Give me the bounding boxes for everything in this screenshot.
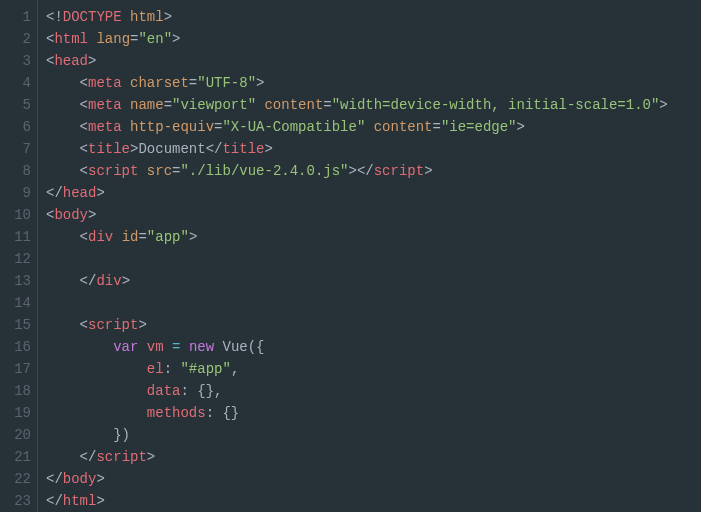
token-st: "viewport": [172, 97, 256, 113]
token-tg: div: [88, 229, 113, 245]
token-at: content: [264, 97, 323, 113]
token-tg: title: [88, 141, 130, 157]
token-tx: : {}: [206, 405, 240, 421]
token-p: >: [424, 163, 432, 179]
token-tg: div: [96, 273, 121, 289]
token-p: >: [96, 493, 104, 509]
token-tg: head: [63, 185, 97, 201]
code-line[interactable]: </body>: [46, 468, 668, 490]
code-line[interactable]: data: {},: [46, 380, 668, 402]
token-p: </: [206, 141, 223, 157]
token-p: =: [164, 97, 172, 113]
token-tx: [46, 339, 113, 355]
code-line[interactable]: <body>: [46, 204, 668, 226]
token-tg: title: [222, 141, 264, 157]
token-p: [113, 229, 121, 245]
token-p: >: [517, 119, 525, 135]
token-p: >: [256, 75, 264, 91]
code-line[interactable]: <meta http-equiv="X-UA-Compatible" conte…: [46, 116, 668, 138]
token-p: >: [189, 229, 197, 245]
code-line[interactable]: <html lang="en">: [46, 28, 668, 50]
token-p: </: [46, 493, 63, 509]
code-editor: 1234567891011121314151617181920212223 <!…: [0, 0, 701, 512]
line-number: 16: [0, 336, 31, 358]
token-st: "X-UA-Compatible": [222, 119, 365, 135]
token-tg: script: [88, 163, 138, 179]
token-tx: Document: [138, 141, 205, 157]
token-st: "./lib/vue-2.4.0.js": [180, 163, 348, 179]
token-p: [138, 163, 146, 179]
line-number: 8: [0, 160, 31, 182]
line-number: 20: [0, 424, 31, 446]
code-line[interactable]: </html>: [46, 490, 668, 512]
token-p: >: [88, 53, 96, 69]
token-tx: [46, 361, 147, 377]
token-vr: el: [147, 361, 164, 377]
token-tx: [138, 339, 146, 355]
line-number: 3: [0, 50, 31, 72]
token-tx: :: [164, 361, 181, 377]
token-st: "ie=edge": [441, 119, 517, 135]
line-number: 9: [0, 182, 31, 204]
token-p: </: [46, 449, 96, 465]
token-p: </: [46, 471, 63, 487]
line-number: 15: [0, 314, 31, 336]
token-tx: }): [46, 427, 130, 443]
token-tx: [180, 339, 188, 355]
code-line[interactable]: methods: {}: [46, 402, 668, 424]
code-line[interactable]: [46, 248, 668, 270]
line-number: 7: [0, 138, 31, 160]
token-p: >: [264, 141, 272, 157]
line-number: 11: [0, 226, 31, 248]
code-line[interactable]: }): [46, 424, 668, 446]
code-line[interactable]: var vm = new Vue({: [46, 336, 668, 358]
line-number: 21: [0, 446, 31, 468]
token-p: =: [138, 229, 146, 245]
code-line[interactable]: el: "#app",: [46, 358, 668, 380]
token-at: name: [130, 97, 164, 113]
token-tg: meta: [88, 97, 122, 113]
code-line[interactable]: <meta charset="UTF-8">: [46, 72, 668, 94]
token-p: =: [433, 119, 441, 135]
code-line[interactable]: <meta name="viewport" content="width=dev…: [46, 94, 668, 116]
token-tg: meta: [88, 119, 122, 135]
line-number: 2: [0, 28, 31, 50]
token-st: "width=device-width, initial-scale=1.0": [332, 97, 660, 113]
token-p: </: [46, 185, 63, 201]
code-line[interactable]: <script>: [46, 314, 668, 336]
token-p: <: [46, 119, 88, 135]
token-st: "app": [147, 229, 189, 245]
code-line[interactable]: </div>: [46, 270, 668, 292]
token-p: <: [46, 141, 88, 157]
code-line[interactable]: [46, 292, 668, 314]
token-tg: html: [54, 31, 88, 47]
token-p: >: [96, 471, 104, 487]
token-vr: vm: [147, 339, 164, 355]
code-line[interactable]: <script src="./lib/vue-2.4.0.js"></scrip…: [46, 160, 668, 182]
token-p: >: [96, 185, 104, 201]
token-tg: script: [88, 317, 138, 333]
token-p: =: [189, 75, 197, 91]
code-line[interactable]: <div id="app">: [46, 226, 668, 248]
token-p: >: [172, 31, 180, 47]
line-number: 12: [0, 248, 31, 270]
token-p: [122, 119, 130, 135]
token-p: >: [164, 9, 172, 25]
code-line[interactable]: <head>: [46, 50, 668, 72]
line-number: 14: [0, 292, 31, 314]
line-number: 5: [0, 94, 31, 116]
line-number: 4: [0, 72, 31, 94]
line-number: 13: [0, 270, 31, 292]
code-line[interactable]: <!DOCTYPE html>: [46, 6, 668, 28]
line-number: 17: [0, 358, 31, 380]
token-p: >: [147, 449, 155, 465]
token-p: [122, 9, 130, 25]
code-line[interactable]: </script>: [46, 446, 668, 468]
line-number: 23: [0, 490, 31, 512]
token-p: >: [88, 207, 96, 223]
code-area[interactable]: <!DOCTYPE html><html lang="en"><head> <m…: [38, 0, 668, 512]
token-tx: [164, 339, 172, 355]
code-line[interactable]: </head>: [46, 182, 668, 204]
token-at: html: [130, 9, 164, 25]
code-line[interactable]: <title>Document</title>: [46, 138, 668, 160]
